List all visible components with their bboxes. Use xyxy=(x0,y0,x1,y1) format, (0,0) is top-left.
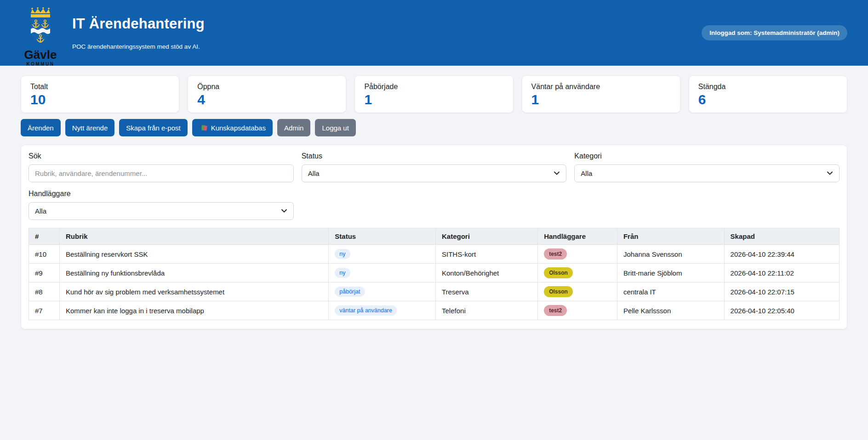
stats-row: Totalt10Öppna4Påbörjade1Väntar på använd… xyxy=(21,75,847,113)
button-label: Kunskapsdatabas xyxy=(211,124,266,132)
stat-value: 6 xyxy=(698,92,838,107)
cell-title: Kund hör av sig problem med verksamhetss… xyxy=(59,282,328,301)
gavle-kommun-logo: Gävle KOMMUN xyxy=(21,6,60,66)
arenden-button[interactable]: Ärenden xyxy=(21,119,61,136)
button-label: Ärenden xyxy=(28,124,54,132)
page-title: IT Ärendehantering xyxy=(72,16,205,32)
column-header[interactable]: Status xyxy=(329,228,436,245)
cell-assignee: test2 xyxy=(538,301,617,320)
column-header[interactable]: Kategori xyxy=(436,228,538,245)
column-header[interactable]: Skapad xyxy=(724,228,839,245)
cell-created: 2026-04-10 22:07:15 xyxy=(724,282,839,301)
stat-label: Totalt xyxy=(30,83,170,91)
header-title-block: IT Ärendehantering POC ärendehanteringss… xyxy=(72,16,205,50)
status-label: Status xyxy=(302,152,567,160)
stat-card: Påbörjade1 xyxy=(354,75,513,113)
stat-label: Öppna xyxy=(197,83,337,91)
admin-button[interactable]: Admin xyxy=(277,119,311,136)
status-filter: Status Alla xyxy=(302,152,567,182)
stat-label: Påbörjade xyxy=(364,83,503,91)
cell-category: SITHS-kort xyxy=(436,245,538,264)
assignee-badge: Olsson xyxy=(544,267,573,278)
assignee-badge: Olsson xyxy=(544,286,573,297)
status-select[interactable]: Alla xyxy=(302,164,567,182)
logga-ut-button[interactable]: Logga ut xyxy=(315,119,355,136)
button-label: Nytt ärende xyxy=(72,124,108,132)
table-row[interactable]: #7Kommer kan inte logga in i treserva mo… xyxy=(29,301,839,320)
cell-status: påbörjat xyxy=(329,282,436,301)
cell-id: #9 xyxy=(29,264,60,282)
status-badge: ny xyxy=(335,249,350,259)
assignee-badge: test2 xyxy=(544,248,567,259)
books-icon xyxy=(199,124,207,132)
logo-kommun-text: KOMMUN xyxy=(26,62,54,66)
cell-from: Pelle Karlssson xyxy=(617,301,724,320)
cell-title: Beställning reservkort SSK xyxy=(59,245,328,264)
search-input[interactable] xyxy=(29,164,294,182)
page-subtitle: POC ärendehanteringssystem med stöd av A… xyxy=(72,43,205,50)
cell-category: Treserva xyxy=(436,282,538,301)
button-label: Skapa från e-post xyxy=(126,124,180,132)
category-select[interactable]: Alla xyxy=(574,164,839,182)
logged-in-badge: Inloggad som: Systemadministratör (admin… xyxy=(702,25,847,40)
column-header[interactable]: # xyxy=(29,228,60,245)
stat-value: 1 xyxy=(364,92,503,107)
cell-assignee: Olsson xyxy=(538,282,617,301)
cell-created: 2026-04-10 22:39:44 xyxy=(724,245,839,264)
app-header: Gävle KOMMUN IT Ärendehantering POC ären… xyxy=(0,0,868,66)
tickets-table: #RubrikStatusKategoriHandläggareFrånSkap… xyxy=(29,228,839,320)
cell-assignee: test2 xyxy=(538,245,617,264)
nytt-arende-button[interactable]: Nytt ärende xyxy=(65,119,115,136)
status-badge: ny xyxy=(335,268,350,278)
stat-value: 10 xyxy=(30,92,170,107)
column-header[interactable]: Från xyxy=(617,228,724,245)
status-badge: påbörjat xyxy=(335,287,365,297)
cell-from: centrala IT xyxy=(617,282,724,301)
button-label: Admin xyxy=(284,124,304,132)
status-badge: väntar på användare xyxy=(335,305,397,316)
page-content: Totalt10Öppna4Påbörjade1Väntar på använd… xyxy=(0,75,868,329)
tickets-panel: Sök Status Alla Kategori All xyxy=(21,145,847,329)
stat-card: Öppna4 xyxy=(188,75,346,113)
cell-status: väntar på användare xyxy=(329,301,436,320)
stat-value: 4 xyxy=(197,92,337,107)
skapa-fran-epost-button[interactable]: Skapa från e-post xyxy=(119,119,187,136)
cell-title: Kommer kan inte logga in i treserva mobi… xyxy=(59,301,328,320)
table-row[interactable]: #9Beställning ny funktionsbrevlådanyKont… xyxy=(29,264,839,282)
table-row[interactable]: #8Kund hör av sig problem med verksamhet… xyxy=(29,282,839,301)
cell-category: Konton/Behörighet xyxy=(436,264,538,282)
cell-created: 2026-04-10 22:05:40 xyxy=(724,301,839,320)
assignee-badge: test2 xyxy=(544,305,567,316)
nav-buttons-row: ÄrendenNytt ärendeSkapa från e-postKunsk… xyxy=(21,119,847,136)
button-label: Logga ut xyxy=(322,124,348,132)
filters: Sök Status Alla Kategori All xyxy=(29,152,839,220)
coat-of-arms-icon xyxy=(26,6,55,48)
cell-assignee: Olsson xyxy=(538,264,617,282)
table-row[interactable]: #10Beställning reservkort SSKnySITHS-kor… xyxy=(29,245,839,264)
logo-city-name: Gävle xyxy=(24,49,57,61)
assignee-label: Handläggare xyxy=(29,190,294,198)
search-label: Sök xyxy=(29,152,294,160)
cell-created: 2026-04-10 22:11:02 xyxy=(724,264,839,282)
search-filter: Sök xyxy=(29,152,294,182)
assignee-filter: Handläggare Alla xyxy=(29,190,294,220)
cell-from: Johanna Svensson xyxy=(617,245,724,264)
column-header[interactable]: Rubrik xyxy=(59,228,328,245)
stat-card: Stängda6 xyxy=(689,75,847,113)
category-label: Kategori xyxy=(574,152,839,160)
cell-from: Britt-marie Sjöblom xyxy=(617,264,724,282)
cell-status: ny xyxy=(329,264,436,282)
kunskapsdatabas-button[interactable]: Kunskapsdatabas xyxy=(192,119,273,136)
cell-id: #10 xyxy=(29,245,60,264)
cell-id: #7 xyxy=(29,301,60,320)
stat-label: Stängda xyxy=(698,83,838,91)
assignee-select[interactable]: Alla xyxy=(29,202,294,220)
category-filter: Kategori Alla xyxy=(574,152,839,182)
column-header[interactable]: Handläggare xyxy=(538,228,617,245)
cell-category: Telefoni xyxy=(436,301,538,320)
stat-label: Väntar på användare xyxy=(531,83,671,91)
stat-card: Väntar på användare1 xyxy=(522,75,680,113)
stat-card: Totalt10 xyxy=(21,75,179,113)
cell-id: #8 xyxy=(29,282,60,301)
cell-title: Beställning ny funktionsbrevlåda xyxy=(59,264,328,282)
